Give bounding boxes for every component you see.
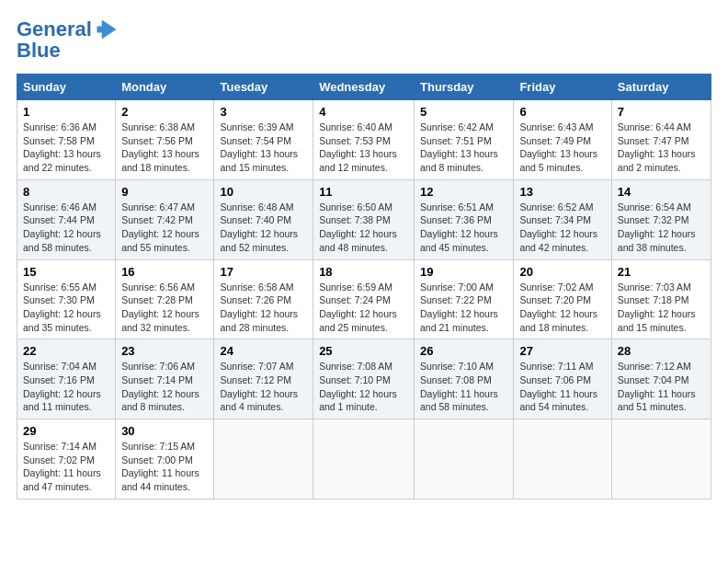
day-cell: 4Sunrise: 6:40 AM Sunset: 7:53 PM Daylig… xyxy=(313,100,415,180)
day-detail: Sunrise: 7:06 AM Sunset: 7:14 PM Dayligh… xyxy=(121,360,208,414)
day-detail: Sunrise: 7:08 AM Sunset: 7:10 PM Dayligh… xyxy=(319,360,408,414)
day-detail: Sunrise: 6:43 AM Sunset: 7:49 PM Dayligh… xyxy=(519,121,605,175)
day-number: 14 xyxy=(618,185,705,199)
day-detail: Sunrise: 6:40 AM Sunset: 7:53 PM Dayligh… xyxy=(319,121,408,175)
calendar-table: SundayMondayTuesdayWednesdayThursdayFrid… xyxy=(17,74,711,500)
day-cell xyxy=(514,419,611,500)
day-cell: 1Sunrise: 6:36 AM Sunset: 7:58 PM Daylig… xyxy=(17,100,116,180)
weekday-monday: Monday xyxy=(116,75,214,100)
day-number: 19 xyxy=(420,265,507,279)
svg-marker-0 xyxy=(97,20,116,40)
day-cell: 6Sunrise: 6:43 AM Sunset: 7:49 PM Daylig… xyxy=(514,100,611,180)
day-cell xyxy=(313,419,415,500)
header: General Blue xyxy=(17,17,711,63)
day-number: 5 xyxy=(420,105,507,119)
day-cell xyxy=(611,419,711,500)
day-number: 26 xyxy=(420,344,507,358)
day-detail: Sunrise: 7:03 AM Sunset: 7:18 PM Dayligh… xyxy=(618,281,705,335)
day-detail: Sunrise: 7:11 AM Sunset: 7:06 PM Dayligh… xyxy=(519,360,605,414)
day-number: 16 xyxy=(121,265,208,279)
day-cell: 30Sunrise: 7:15 AM Sunset: 7:00 PM Dayli… xyxy=(116,419,214,500)
week-row-2: 8Sunrise: 6:46 AM Sunset: 7:44 PM Daylig… xyxy=(17,179,711,259)
day-cell: 24Sunrise: 7:07 AM Sunset: 7:12 PM Dayli… xyxy=(214,339,313,419)
day-cell: 10Sunrise: 6:48 AM Sunset: 7:40 PM Dayli… xyxy=(214,179,313,259)
day-detail: Sunrise: 7:02 AM Sunset: 7:20 PM Dayligh… xyxy=(519,281,605,335)
day-cell: 21Sunrise: 7:03 AM Sunset: 7:18 PM Dayli… xyxy=(611,259,711,339)
day-detail: Sunrise: 6:52 AM Sunset: 7:34 PM Dayligh… xyxy=(519,201,605,255)
day-cell: 22Sunrise: 7:04 AM Sunset: 7:16 PM Dayli… xyxy=(17,339,116,419)
day-cell: 16Sunrise: 6:56 AM Sunset: 7:28 PM Dayli… xyxy=(116,259,214,339)
weekday-saturday: Saturday xyxy=(611,75,711,100)
day-number: 27 xyxy=(519,344,605,358)
day-number: 29 xyxy=(23,424,109,438)
day-cell: 18Sunrise: 6:59 AM Sunset: 7:24 PM Dayli… xyxy=(313,259,415,339)
day-detail: Sunrise: 6:58 AM Sunset: 7:26 PM Dayligh… xyxy=(220,281,307,335)
day-detail: Sunrise: 6:56 AM Sunset: 7:28 PM Dayligh… xyxy=(121,281,208,335)
day-cell: 14Sunrise: 6:54 AM Sunset: 7:32 PM Dayli… xyxy=(611,179,711,259)
day-cell: 8Sunrise: 6:46 AM Sunset: 7:44 PM Daylig… xyxy=(17,179,116,259)
weekday-header-row: SundayMondayTuesdayWednesdayThursdayFrid… xyxy=(17,75,711,100)
day-number: 23 xyxy=(121,344,208,358)
day-cell: 15Sunrise: 6:55 AM Sunset: 7:30 PM Dayli… xyxy=(17,259,116,339)
day-cell xyxy=(214,419,313,500)
logo-blue: Blue xyxy=(17,39,61,63)
day-detail: Sunrise: 6:48 AM Sunset: 7:40 PM Dayligh… xyxy=(220,201,307,255)
day-number: 8 xyxy=(23,185,109,199)
day-number: 17 xyxy=(220,265,307,279)
weekday-tuesday: Tuesday xyxy=(214,75,313,100)
day-number: 12 xyxy=(420,185,507,199)
day-cell: 29Sunrise: 7:14 AM Sunset: 7:02 PM Dayli… xyxy=(17,419,116,500)
day-cell: 11Sunrise: 6:50 AM Sunset: 7:38 PM Dayli… xyxy=(313,179,415,259)
day-detail: Sunrise: 6:51 AM Sunset: 7:36 PM Dayligh… xyxy=(420,201,507,255)
day-cell: 17Sunrise: 6:58 AM Sunset: 7:26 PM Dayli… xyxy=(214,259,313,339)
day-number: 24 xyxy=(220,344,307,358)
week-row-1: 1Sunrise: 6:36 AM Sunset: 7:58 PM Daylig… xyxy=(17,100,711,180)
day-detail: Sunrise: 7:10 AM Sunset: 7:08 PM Dayligh… xyxy=(420,360,507,414)
weekday-friday: Friday xyxy=(514,75,611,100)
logo: General Blue xyxy=(17,17,119,63)
day-number: 30 xyxy=(121,424,208,438)
day-number: 10 xyxy=(220,185,307,199)
day-detail: Sunrise: 7:04 AM Sunset: 7:16 PM Dayligh… xyxy=(23,360,109,414)
day-cell: 3Sunrise: 6:39 AM Sunset: 7:54 PM Daylig… xyxy=(214,100,313,180)
day-detail: Sunrise: 6:47 AM Sunset: 7:42 PM Dayligh… xyxy=(121,201,208,255)
day-number: 4 xyxy=(319,105,408,119)
day-number: 22 xyxy=(23,344,109,358)
day-cell: 20Sunrise: 7:02 AM Sunset: 7:20 PM Dayli… xyxy=(514,259,611,339)
day-number: 3 xyxy=(220,105,307,119)
day-number: 25 xyxy=(319,344,408,358)
logo-text: General xyxy=(17,18,92,40)
day-detail: Sunrise: 7:12 AM Sunset: 7:04 PM Dayligh… xyxy=(618,360,705,414)
day-detail: Sunrise: 6:54 AM Sunset: 7:32 PM Dayligh… xyxy=(618,201,705,255)
day-detail: Sunrise: 7:00 AM Sunset: 7:22 PM Dayligh… xyxy=(420,281,507,335)
day-cell: 28Sunrise: 7:12 AM Sunset: 7:04 PM Dayli… xyxy=(611,339,711,419)
day-detail: Sunrise: 6:55 AM Sunset: 7:30 PM Dayligh… xyxy=(23,281,109,335)
day-cell: 26Sunrise: 7:10 AM Sunset: 7:08 PM Dayli… xyxy=(415,339,514,419)
week-row-5: 29Sunrise: 7:14 AM Sunset: 7:02 PM Dayli… xyxy=(17,419,711,500)
page: General Blue SundayMondayTuesdayWednesda… xyxy=(0,0,728,509)
day-cell: 13Sunrise: 6:52 AM Sunset: 7:34 PM Dayli… xyxy=(514,179,611,259)
day-cell xyxy=(415,419,514,500)
week-row-4: 22Sunrise: 7:04 AM Sunset: 7:16 PM Dayli… xyxy=(17,339,711,419)
day-number: 9 xyxy=(121,185,208,199)
day-number: 2 xyxy=(121,105,208,119)
day-cell: 19Sunrise: 7:00 AM Sunset: 7:22 PM Dayli… xyxy=(415,259,514,339)
day-number: 20 xyxy=(519,265,605,279)
day-number: 21 xyxy=(618,265,705,279)
day-cell: 27Sunrise: 7:11 AM Sunset: 7:06 PM Dayli… xyxy=(514,339,611,419)
day-number: 28 xyxy=(618,344,705,358)
day-detail: Sunrise: 6:44 AM Sunset: 7:47 PM Dayligh… xyxy=(618,121,705,175)
day-detail: Sunrise: 6:42 AM Sunset: 7:51 PM Dayligh… xyxy=(420,121,507,175)
weekday-wednesday: Wednesday xyxy=(313,75,415,100)
day-number: 7 xyxy=(618,105,705,119)
day-number: 6 xyxy=(519,105,605,119)
day-detail: Sunrise: 7:07 AM Sunset: 7:12 PM Dayligh… xyxy=(220,360,307,414)
day-detail: Sunrise: 6:38 AM Sunset: 7:56 PM Dayligh… xyxy=(121,121,208,175)
day-detail: Sunrise: 7:15 AM Sunset: 7:00 PM Dayligh… xyxy=(121,440,208,494)
day-detail: Sunrise: 6:46 AM Sunset: 7:44 PM Dayligh… xyxy=(23,201,109,255)
day-cell: 23Sunrise: 7:06 AM Sunset: 7:14 PM Dayli… xyxy=(116,339,214,419)
day-detail: Sunrise: 6:50 AM Sunset: 7:38 PM Dayligh… xyxy=(319,201,408,255)
day-detail: Sunrise: 6:59 AM Sunset: 7:24 PM Dayligh… xyxy=(319,281,408,335)
day-cell: 2Sunrise: 6:38 AM Sunset: 7:56 PM Daylig… xyxy=(116,100,214,180)
day-number: 15 xyxy=(23,265,109,279)
